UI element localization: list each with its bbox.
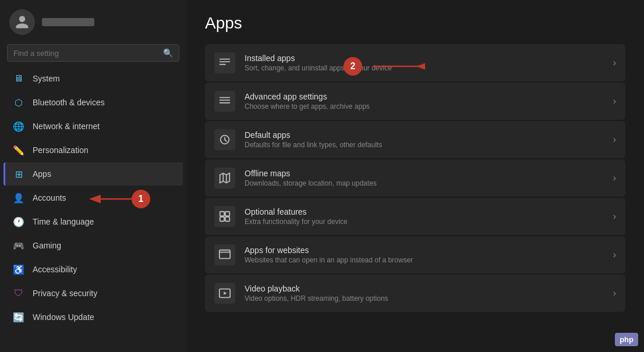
setting-optional-features[interactable]: Optional features Extra functionality fo… bbox=[205, 198, 625, 235]
offline-maps-desc: Downloads, storage location, map updates bbox=[245, 179, 604, 187]
page-title: Apps bbox=[205, 14, 625, 33]
advanced-app-text: Advanced app settings Choose where to ge… bbox=[245, 92, 604, 111]
sidebar: 🔍 🖥 System ⬡ Bluetooth & devices 🌐 Netwo… bbox=[0, 0, 186, 352]
sidebar-item-label: Windows Update bbox=[33, 312, 94, 322]
nav-list: 🖥 System ⬡ Bluetooth & devices 🌐 Network… bbox=[0, 66, 186, 329]
chevron-icon: › bbox=[613, 250, 616, 260]
svg-rect-2 bbox=[220, 64, 226, 65]
gaming-icon: 🎮 bbox=[13, 240, 24, 251]
svg-rect-11 bbox=[220, 250, 230, 259]
sidebar-item-label: Personalization bbox=[33, 145, 89, 155]
svg-rect-3 bbox=[220, 97, 230, 98]
sidebar-item-accessibility[interactable]: ♿ Accessibility bbox=[3, 258, 183, 281]
sidebar-item-network[interactable]: 🌐 Network & internet bbox=[3, 115, 183, 138]
sidebar-item-label: Accessibility bbox=[33, 265, 77, 274]
php-badge: php bbox=[615, 333, 638, 346]
sidebar-item-time[interactable]: 🕐 Time & language bbox=[3, 210, 183, 233]
settings-list: Installed apps Sort, change, and uninsta… bbox=[205, 44, 625, 312]
chevron-icon: › bbox=[613, 211, 616, 222]
setting-default-apps[interactable]: Default apps Defaults for file and link … bbox=[205, 121, 625, 158]
user-section bbox=[0, 0, 186, 42]
search-box[interactable]: 🔍 bbox=[7, 44, 179, 62]
chevron-icon: › bbox=[613, 58, 616, 68]
user-icon bbox=[15, 15, 30, 30]
offline-maps-text: Offline maps Downloads, storage location… bbox=[245, 169, 604, 187]
chevron-icon: › bbox=[613, 288, 616, 298]
sidebar-item-bluetooth[interactable]: ⬡ Bluetooth & devices bbox=[3, 91, 183, 114]
sidebar-item-label: Privacy & security bbox=[33, 289, 97, 298]
chevron-icon: › bbox=[613, 173, 616, 183]
offline-maps-title: Offline maps bbox=[245, 169, 604, 178]
apps-websites-title: Apps for websites bbox=[245, 246, 604, 255]
sidebar-item-label: System bbox=[33, 74, 60, 83]
default-apps-title: Default apps bbox=[245, 130, 604, 140]
apps-icon: ⊞ bbox=[13, 168, 24, 180]
user-name bbox=[42, 18, 94, 26]
default-apps-text: Default apps Defaults for file and link … bbox=[245, 130, 604, 149]
svg-rect-9 bbox=[220, 217, 224, 221]
chevron-icon: › bbox=[613, 134, 616, 145]
optional-features-title: Optional features bbox=[245, 207, 604, 216]
video-playback-title: Video playback bbox=[245, 284, 604, 293]
chevron-icon: › bbox=[613, 96, 616, 106]
privacy-icon: 🛡 bbox=[13, 287, 24, 299]
svg-rect-8 bbox=[225, 212, 229, 216]
search-input[interactable] bbox=[13, 49, 158, 58]
installed-apps-desc: Sort, change, and uninstall apps on your… bbox=[245, 64, 604, 72]
svg-marker-13 bbox=[224, 291, 227, 295]
svg-rect-0 bbox=[220, 59, 230, 60]
svg-rect-10 bbox=[225, 217, 229, 221]
video-playback-desc: Video options, HDR streaming, battery op… bbox=[245, 294, 604, 303]
optional-features-text: Optional features Extra functionality fo… bbox=[245, 207, 604, 226]
sidebar-item-gaming[interactable]: 🎮 Gaming bbox=[3, 234, 183, 257]
setting-installed-apps[interactable]: Installed apps Sort, change, and uninsta… bbox=[205, 44, 625, 81]
default-apps-desc: Defaults for file and link types, other … bbox=[245, 141, 604, 149]
video-playback-icon bbox=[214, 283, 235, 304]
system-icon: 🖥 bbox=[13, 73, 24, 84]
accounts-icon: 👤 bbox=[13, 192, 24, 204]
advanced-app-title: Advanced app settings bbox=[245, 92, 604, 101]
main-content: Apps Installed apps Sort, change, and un… bbox=[186, 0, 644, 352]
offline-maps-icon bbox=[214, 168, 235, 189]
sidebar-item-privacy[interactable]: 🛡 Privacy & security bbox=[3, 282, 183, 305]
setting-offline-maps[interactable]: Offline maps Downloads, storage location… bbox=[205, 159, 625, 197]
sidebar-item-label: Bluetooth & devices bbox=[33, 98, 105, 107]
advanced-app-icon bbox=[214, 91, 235, 112]
advanced-app-desc: Choose where to get apps, archive apps bbox=[245, 102, 604, 111]
video-playback-text: Video playback Video options, HDR stream… bbox=[245, 284, 604, 303]
sidebar-item-label: Network & internet bbox=[33, 122, 100, 131]
setting-video-playback[interactable]: Video playback Video options, HDR stream… bbox=[205, 275, 625, 312]
installed-apps-icon bbox=[214, 52, 235, 73]
sidebar-item-system[interactable]: 🖥 System bbox=[3, 67, 183, 90]
accessibility-icon: ♿ bbox=[13, 264, 24, 275]
personalization-icon: ✏️ bbox=[13, 144, 24, 156]
sidebar-item-update[interactable]: 🔄 Windows Update bbox=[3, 305, 183, 329]
avatar bbox=[9, 9, 35, 35]
installed-apps-title: Installed apps bbox=[245, 54, 604, 63]
default-apps-icon bbox=[214, 129, 235, 150]
time-icon: 🕐 bbox=[13, 216, 24, 227]
sidebar-item-personalization[interactable]: ✏️ Personalization bbox=[3, 138, 183, 162]
sidebar-item-accounts[interactable]: 👤 Accounts bbox=[3, 186, 183, 209]
search-icon: 🔍 bbox=[163, 48, 173, 58]
installed-apps-text: Installed apps Sort, change, and uninsta… bbox=[245, 54, 604, 72]
optional-features-desc: Extra functionality for your device bbox=[245, 218, 604, 226]
svg-rect-1 bbox=[220, 61, 230, 62]
sidebar-item-label: Gaming bbox=[33, 241, 61, 250]
apps-websites-desc: Websites that can open in an app instead… bbox=[245, 256, 604, 264]
svg-rect-5 bbox=[220, 102, 230, 104]
svg-rect-4 bbox=[220, 99, 230, 101]
update-icon: 🔄 bbox=[13, 311, 24, 323]
svg-rect-7 bbox=[220, 212, 224, 216]
setting-apps-websites[interactable]: Apps for websites Websites that can open… bbox=[205, 236, 625, 273]
apps-websites-text: Apps for websites Websites that can open… bbox=[245, 246, 604, 264]
sidebar-item-label: Time & language bbox=[33, 217, 94, 226]
sidebar-item-apps[interactable]: ⊞ Apps bbox=[3, 162, 183, 186]
bluetooth-icon: ⬡ bbox=[13, 97, 24, 108]
sidebar-item-label: Apps bbox=[33, 169, 51, 179]
apps-websites-icon bbox=[214, 244, 235, 265]
optional-features-icon bbox=[214, 206, 235, 227]
network-icon: 🌐 bbox=[13, 120, 24, 132]
setting-advanced-app[interactable]: Advanced app settings Choose where to ge… bbox=[205, 83, 625, 120]
sidebar-item-label: Accounts bbox=[33, 193, 66, 202]
